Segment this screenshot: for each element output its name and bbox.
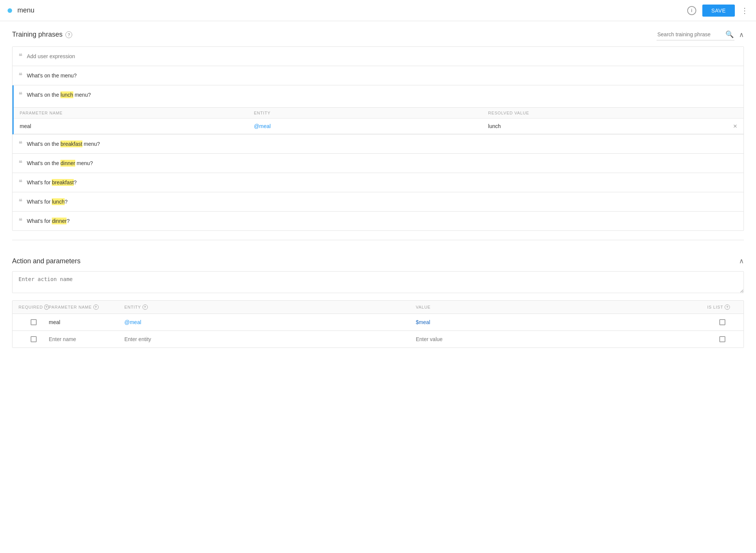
collapse-icon[interactable]: ∧ xyxy=(739,31,744,39)
param-table-wrapper: PARAMETER NAME ENTITY RESOLVED VALUE mea… xyxy=(14,107,744,134)
phrase-active-group: ❝ What's on the lunch menu? PARAMETER NA… xyxy=(12,85,744,134)
phrase-text: What's for dinner? xyxy=(27,218,70,224)
phrases-container: ❝ ❝ What's on the menu? ❝ What's on the … xyxy=(12,46,744,231)
value-cell: $meal xyxy=(416,319,707,325)
param-col-resolved: RESOLVED VALUE xyxy=(488,111,722,115)
search-icon: 🔍 xyxy=(725,30,734,39)
add-expression-input[interactable] xyxy=(27,53,737,59)
action-collapse-icon[interactable]: ∧ xyxy=(739,257,744,265)
params-table-row-empty[interactable] xyxy=(12,331,744,348)
phrase-text: What's for breakfast? xyxy=(27,179,77,185)
params-table-container: REQUIRED ? PARAMETER NAME ? ENTITY ? VAL… xyxy=(12,300,744,348)
phrase-row-active[interactable]: ❝ What's on the lunch menu? xyxy=(14,85,744,104)
training-phrases-header-right: 🔍 ∧ xyxy=(657,29,744,40)
param-name-help-icon[interactable]: ? xyxy=(93,304,99,310)
quote-icon: ❝ xyxy=(19,159,22,167)
param-col-entity: ENTITY xyxy=(254,111,488,115)
action-section-title: Action and parameters xyxy=(12,257,81,265)
quote-icon: ❝ xyxy=(19,217,22,225)
phrase-highlight: lunch xyxy=(52,198,64,205)
quote-icon: ❝ xyxy=(19,71,22,80)
more-options-icon[interactable]: ⋮ xyxy=(741,6,748,15)
phrase-row[interactable]: ❝ What's on the menu? xyxy=(12,66,744,85)
phrase-highlight: breakfast xyxy=(60,141,82,147)
phrase-row[interactable]: ❝ What's for breakfast? xyxy=(12,173,744,192)
param-name-col-header: PARAMETER NAME ? xyxy=(49,304,124,310)
phrase-row[interactable]: ❝ What's for lunch? xyxy=(12,192,744,212)
required-checkbox-cell-2[interactable] xyxy=(19,336,49,342)
param-entity: @meal xyxy=(254,123,488,129)
action-name-input[interactable] xyxy=(12,271,744,293)
quote-icon: ❝ xyxy=(19,91,22,99)
param-table: PARAMETER NAME ENTITY RESOLVED VALUE mea… xyxy=(14,108,744,134)
search-input[interactable] xyxy=(657,31,725,37)
param-table-row[interactable]: meal @meal lunch ✕ xyxy=(14,119,744,134)
phrase-row[interactable]: ❝ What's on the breakfast menu? xyxy=(12,134,744,154)
search-box[interactable]: 🔍 xyxy=(657,29,734,40)
param-name: meal xyxy=(20,123,254,129)
info-icon[interactable]: i xyxy=(687,6,696,15)
params-table-header: REQUIRED ? PARAMETER NAME ? ENTITY ? VAL… xyxy=(12,301,744,314)
training-phrases-header: Training phrases ? 🔍 ∧ xyxy=(12,21,744,46)
quote-icon: ❝ xyxy=(19,52,22,60)
required-col-header: REQUIRED ? xyxy=(19,304,49,310)
status-dot xyxy=(8,8,12,13)
phrase-text: What's on the lunch menu? xyxy=(27,92,91,98)
phrase-text: What's on the dinner menu? xyxy=(27,160,93,166)
action-section-header: Action and parameters ∧ xyxy=(12,249,744,271)
phrase-highlight: breakfast xyxy=(52,179,74,186)
is-list-checkbox-cell[interactable] xyxy=(707,319,737,325)
required-checkbox-cell[interactable] xyxy=(19,319,49,325)
param-resolved: lunch xyxy=(488,123,722,129)
add-expression-row[interactable]: ❝ xyxy=(12,47,744,66)
phrase-row[interactable]: ❝ What's on the dinner menu? xyxy=(12,154,744,173)
entity-cell: @meal xyxy=(124,319,416,325)
phrase-highlight: dinner xyxy=(52,218,67,224)
param-table-header: PARAMETER NAME ENTITY RESOLVED VALUE xyxy=(14,108,744,119)
is-list-col-header: IS LIST ? xyxy=(707,304,737,310)
quote-icon: ❝ xyxy=(19,198,22,206)
is-list-checkbox-cell-2[interactable] xyxy=(707,336,737,342)
phrase-text: What's for lunch? xyxy=(27,199,68,205)
phrase-highlight: lunch xyxy=(60,91,73,98)
param-col-delete xyxy=(722,111,737,115)
required-help-icon[interactable]: ? xyxy=(44,304,49,310)
phrase-text: What's on the breakfast menu? xyxy=(27,141,100,147)
required-checkbox[interactable] xyxy=(31,319,37,325)
action-section-header-right: ∧ xyxy=(739,257,744,265)
phrase-row[interactable]: ❝ What's for dinner? xyxy=(12,212,744,230)
is-list-checkbox-2[interactable] xyxy=(719,336,725,342)
action-section: Action and parameters ∧ REQUIRED ? PARAM… xyxy=(12,240,744,348)
page-title: menu xyxy=(17,6,687,14)
param-col-name: PARAMETER NAME xyxy=(20,111,254,115)
is-list-help-icon[interactable]: ? xyxy=(725,304,730,310)
quote-icon: ❝ xyxy=(19,140,22,148)
quote-icon: ❝ xyxy=(19,178,22,187)
entity-help-icon[interactable]: ? xyxy=(143,304,148,310)
entity-input[interactable] xyxy=(124,336,416,342)
param-name-cell: meal xyxy=(49,319,124,325)
required-checkbox-2[interactable] xyxy=(31,336,37,342)
phrase-text: What's on the menu? xyxy=(27,73,77,79)
topbar: menu i SAVE ⋮ xyxy=(0,0,756,21)
param-delete-icon[interactable]: ✕ xyxy=(722,123,737,129)
value-col-header: VALUE xyxy=(416,305,707,309)
topbar-actions: i SAVE ⋮ xyxy=(687,5,748,17)
params-table-row[interactable]: meal @meal $meal xyxy=(12,314,744,331)
is-list-checkbox[interactable] xyxy=(719,319,725,325)
entity-col-header: ENTITY ? xyxy=(124,304,416,310)
param-name-input[interactable] xyxy=(49,336,124,342)
training-phrases-help-icon[interactable]: ? xyxy=(65,31,72,38)
main-content: Training phrases ? 🔍 ∧ ❝ ❝ What's on the… xyxy=(0,21,756,348)
phrase-highlight: dinner xyxy=(60,160,75,167)
value-input[interactable] xyxy=(416,336,707,342)
save-button[interactable]: SAVE xyxy=(702,5,735,17)
training-phrases-title: Training phrases xyxy=(12,31,62,39)
